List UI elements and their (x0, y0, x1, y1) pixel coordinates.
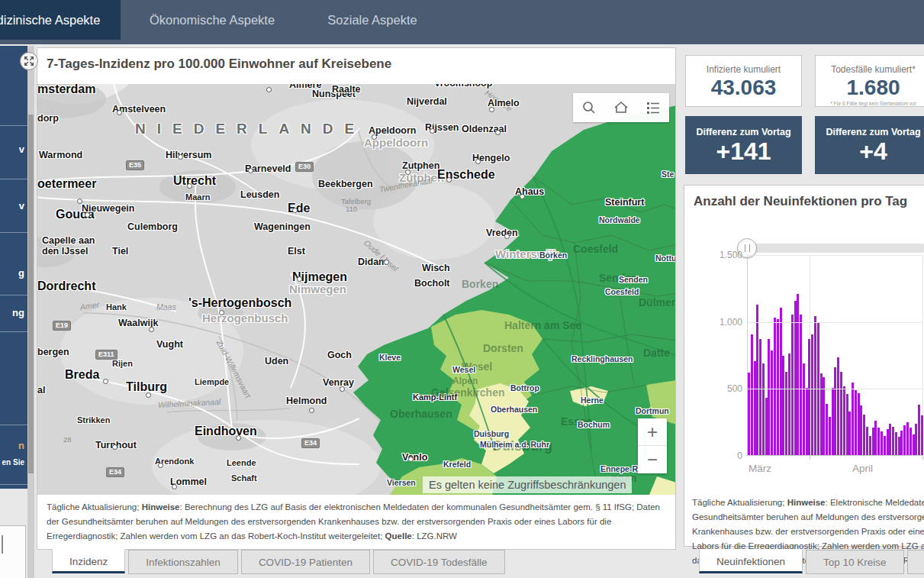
bar (866, 427, 868, 456)
map-label: Utrecht (173, 174, 216, 188)
expand-map-button[interactable] (20, 52, 38, 70)
bar (785, 372, 787, 456)
map-label: E19 (53, 321, 71, 331)
map-label: Vroomshoop (434, 84, 492, 89)
map-legend-button[interactable] (642, 96, 665, 119)
map-label: Venlo (402, 452, 427, 463)
city-dot (103, 379, 108, 384)
nav-tab-medizinische-aspekte[interactable]: Medizinische Aspekte (0, 0, 121, 40)
map-label: Breda (65, 368, 99, 382)
map-label: Steinfurt (605, 197, 644, 208)
y-axis-tick-label: 1.000 (697, 317, 742, 328)
kpi-value: +141 (686, 137, 801, 166)
bar (877, 428, 880, 456)
map-label: dorp (37, 113, 59, 124)
slider-grip-icon (745, 244, 750, 252)
nav-tab-ökonomische-aspekte[interactable]: Ökonomische Aspekte (128, 0, 296, 40)
map-label: E34 (106, 467, 124, 477)
sidebar-divider (0, 179, 27, 179)
map-attribution: Es gelten keine Zugriffsbeschränkungen (423, 476, 632, 493)
sidebar-item-fragment[interactable]: v (19, 200, 24, 212)
tab-covid-19-patienten[interactable]: COVID-19 Patienten (241, 550, 370, 574)
tab-neuinfektionen[interactable]: Neuinfektionen (699, 549, 803, 573)
map-label: Tiel (112, 246, 128, 257)
bar-chart[interactable]: 1.5001.0005000MärzApril (747, 255, 923, 456)
kpi-label: Infizierte kumuliert (686, 64, 801, 75)
bar (892, 427, 894, 456)
map-label: Oberhausen (491, 405, 537, 414)
chart-tab-bar: NeuinfektionenTop 10 KreiseSterbefälle (699, 550, 924, 574)
sidebar-divider (0, 232, 27, 233)
bar (759, 339, 761, 456)
bar (915, 424, 917, 456)
kpi-value: 1.680 (816, 76, 924, 100)
bar (903, 425, 906, 456)
x-tick (922, 456, 923, 460)
zoom-in-button[interactable]: + (638, 418, 667, 446)
tab-top-10-kreise[interactable]: Top 10 Kreise (806, 550, 904, 574)
bar (777, 319, 779, 456)
bar (832, 388, 834, 456)
tab-sterbefälle[interactable]: Sterbefälle (907, 550, 924, 574)
top-nav: Medizinische AspekteÖkonomische AspekteS… (0, 0, 924, 44)
zoom-out-button[interactable]: − (638, 446, 667, 473)
sidebar-item-fragment[interactable]: en Sie (2, 458, 24, 467)
nav-tab-soziale-aspekte[interactable]: Soziale Aspekte (302, 0, 443, 40)
sidebar-item-fragment[interactable]: g (18, 267, 24, 279)
map-label: Senden (619, 275, 648, 284)
map-label: Schaft (231, 473, 257, 483)
sidebar-divider (0, 331, 27, 332)
bar (806, 388, 808, 456)
bar (848, 412, 851, 456)
city-dot (117, 110, 122, 115)
bar (756, 305, 758, 456)
sidebar-item-fragment[interactable]: ng (12, 307, 24, 318)
map-search-button[interactable] (578, 96, 600, 119)
map-label: E34 (301, 438, 320, 448)
map-label: Dorsten (483, 342, 523, 354)
sidebar-scrollbar[interactable] (27, 46, 34, 578)
covid-dashboard: { "colors":{"nav_bg":"#4a5b72","nav_acti… (0, 0, 924, 578)
map-home-button[interactable] (610, 96, 633, 119)
map-label: Nimwegen (289, 283, 346, 295)
city-dot (146, 392, 151, 398)
bar (751, 334, 753, 456)
scrollbar-thumb[interactable] (28, 115, 34, 473)
map-label: Wesel (452, 365, 475, 374)
tab-covid-19-todesfälle[interactable]: COVID-19 Todesfälle (373, 550, 505, 574)
legend-icon (645, 99, 662, 116)
map-label: E35 (126, 160, 144, 170)
map-label: NIEDERLANDE (135, 121, 365, 137)
map-label: Warmond (39, 150, 82, 160)
bar (913, 434, 915, 456)
city-dot (149, 327, 154, 332)
map-label: Dordrecht (37, 279, 95, 293)
map-label: Coesfeld (573, 243, 618, 255)
sidebar-item-fragment[interactable]: n (18, 440, 24, 451)
map-label: Hilversum (166, 150, 211, 160)
map-canvas[interactable]: msterdamdorpAmstelveenAlmereHoge VeNunsp… (37, 84, 675, 495)
map-label: Bochum (578, 420, 610, 429)
bar (910, 428, 912, 456)
sidebar-divider (0, 484, 27, 485)
map-label: Tilburg (126, 380, 167, 394)
map-zoom-controls: + − (638, 418, 667, 473)
bar (820, 373, 823, 456)
basemap (37, 84, 675, 495)
left-sidebar[interactable]: vvgngnen Sie (0, 46, 27, 489)
kpi-label: Todesfälle kumuliert* (816, 64, 924, 75)
tab-inzidenz[interactable]: Inzidenz (52, 549, 125, 573)
bars-container (748, 255, 923, 456)
bar (895, 432, 897, 456)
tab-infektionszahlen[interactable]: Infektionszahlen (128, 550, 238, 574)
map-label: Bottrop (510, 383, 539, 392)
map-label: Ste (662, 170, 674, 179)
sidebar-item-fragment[interactable]: v (19, 144, 24, 155)
city-dot (405, 170, 410, 175)
x-axis (747, 455, 923, 456)
map-label: Alpen (452, 376, 478, 386)
time-slider-track[interactable] (747, 244, 924, 253)
map-label: Datte (643, 347, 670, 359)
map-label: Culemborg (127, 221, 178, 232)
new-infections-panel: Anzahl der Neuinfektionen pro Tag 1.5001… (684, 185, 924, 547)
